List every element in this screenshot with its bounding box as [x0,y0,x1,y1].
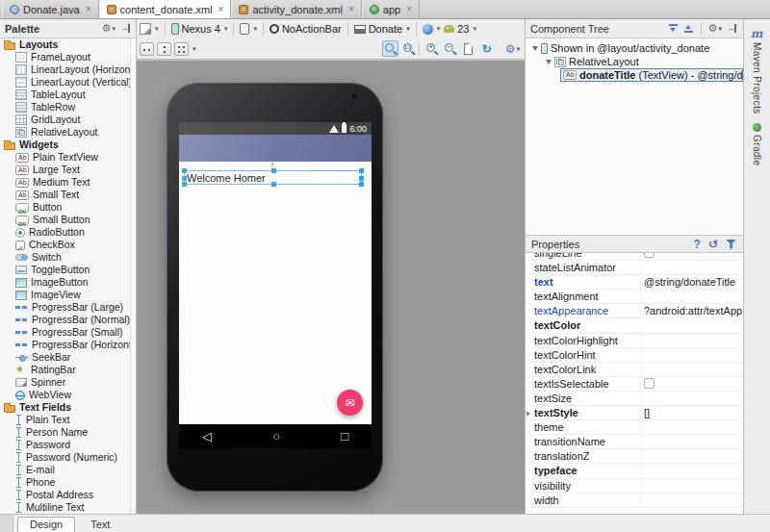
palette-item[interactable]: LinearLayout (Vertical) [0,76,136,89]
zoom-in-button[interactable]: + [424,40,440,57]
property-row[interactable]: stateListAnimator [525,261,743,275]
palette-item[interactable]: Password (Numeric) [0,451,136,464]
splitter[interactable] [525,19,526,514]
actionbar-indicator[interactable]: NoActionBar [270,23,342,35]
splitter[interactable] [743,19,744,514]
property-row[interactable]: textIsSelectable [525,377,743,392]
orientation-selector[interactable]: ▾ [240,23,257,35]
palette-item[interactable]: Small Text [0,189,136,201]
palette-item[interactable]: Small Button [0,214,136,226]
property-row[interactable]: text @string/donateTitle [525,275,743,290]
property-row[interactable]: singleLine [525,253,743,261]
property-row[interactable]: visibility [525,479,743,494]
preview-frame-button[interactable] [460,40,476,57]
palette-item[interactable]: LinearLayout (Horizontal) [0,63,136,76]
theme-selector[interactable]: Donate▾ [354,23,410,35]
design-surface-button[interactable]: ▾ [140,23,159,35]
zoom-fit-button[interactable] [382,40,398,57]
fit-width-button[interactable] [140,42,154,56]
design-canvas[interactable]: 6:00 Welcome Homer ↑ ✉ [136,60,525,514]
splitter[interactable] [136,19,137,514]
tree-row-layout[interactable]: RelativeLayout [525,55,743,68]
palette-item[interactable]: ImageButton [0,276,136,289]
palette-item[interactable]: Medium Text [0,176,136,189]
property-row[interactable]: textColorHint [525,348,743,363]
expander-icon[interactable] [546,60,552,64]
property-row[interactable]: textAlignment [525,290,743,304]
palette-item[interactable]: Multiline Text [0,501,136,514]
palette-hide-button[interactable] [120,23,131,34]
palette-item[interactable]: GridLayout [0,114,136,126]
tree-row-selected[interactable]: donateTitle (TextView) - @string/donateT… [525,68,743,82]
palette-item[interactable]: TableRow [0,101,136,114]
tree-settings-button[interactable]: ⚙▾ [708,23,722,34]
zoom-actual-button[interactable]: 1:1 [400,40,417,57]
property-row[interactable]: textColor [525,318,743,333]
property-row[interactable]: textColorHighlight [525,334,743,348]
selection-handle[interactable] [182,176,187,181]
palette-item[interactable]: Password [0,439,136,451]
tool-window-maven[interactable]: m Maven Projects [743,19,770,114]
selected-textview[interactable]: Welcome Homer ↑ [184,170,362,185]
editor-tab[interactable]: Donate.java × [2,0,99,18]
palette-item[interactable]: Person Name [0,426,136,439]
selection-handle[interactable] [359,176,364,181]
collapse-all-icon[interactable] [683,23,694,34]
render-options-button[interactable]: ⚙▾ [504,40,521,57]
palette-item[interactable]: TableLayout [0,89,136,101]
recents-icon[interactable]: □ [341,430,348,443]
back-icon[interactable]: ◁ [202,430,212,443]
tree-row-root[interactable]: Shown in @layout/activity_donate [525,41,743,55]
palette-item[interactable]: Layouts [0,38,136,51]
close-icon[interactable]: × [86,4,91,14]
palette-item[interactable]: Postal Address [0,489,136,501]
tree-selection[interactable]: donateTitle (TextView) - @string/donateT… [560,68,743,82]
palette-item[interactable]: RadioButton [0,226,136,239]
palette-item[interactable]: WebView [0,389,136,401]
palette-item[interactable]: Spinner [0,376,136,389]
palette-item[interactable]: ToggleButton [0,264,136,276]
home-icon[interactable]: ○ [272,430,280,443]
palette-item[interactable]: Phone [0,476,136,489]
editor-tab[interactable]: activity_donate.xml × [231,0,361,18]
refresh-button[interactable]: ↻ [478,40,495,57]
selection-handle[interactable] [359,182,364,187]
palette-item[interactable]: Large Text [0,164,136,176]
filter-icon[interactable] [726,240,736,249]
property-row[interactable]: transitionName [525,435,743,449]
tool-window-gradle[interactable]: Gradle [743,114,770,165]
palette-item[interactable]: ProgressBar (Large) [0,301,136,314]
fab-button[interactable]: ✉ [337,390,363,416]
fit-screen-button[interactable] [174,42,189,56]
close-icon[interactable]: × [348,4,354,14]
close-icon[interactable]: × [218,4,224,14]
palette-item[interactable]: Plain Text [0,414,136,426]
reset-icon[interactable]: ↺ [708,238,718,251]
palette-item[interactable]: RatingBar [0,364,136,376]
palette-item[interactable]: E-mail [0,464,136,476]
zoom-out-button[interactable]: − [442,40,458,57]
expander-icon[interactable] [532,46,538,51]
palette-item[interactable]: Widgets [0,139,136,151]
property-row[interactable]: typeface [525,464,743,478]
palette-item[interactable]: ProgressBar (Horizontal) [0,339,136,351]
device-selector[interactable]: Nexus 4▾ [171,23,228,35]
selection-handle[interactable] [271,168,276,173]
palette-item[interactable]: RelativeLayout [0,126,136,139]
editor-tab[interactable]: app × [362,0,420,18]
editor-tab[interactable]: content_donate.xml × [99,0,232,18]
property-row[interactable]: width [525,494,743,508]
tree-hide-button[interactable] [727,23,737,34]
palette-item[interactable]: ImageView [0,289,136,301]
selection-handle[interactable] [182,168,187,173]
palette-item[interactable]: ProgressBar (Small) [0,326,136,339]
property-row[interactable]: theme [525,420,743,435]
palette-item[interactable]: Button [0,201,136,214]
fit-height-button[interactable] [157,42,171,56]
property-row[interactable]: textColorLink [525,363,743,377]
palette-item[interactable]: Plain TextView [0,151,136,164]
api-selector[interactable]: 23▾ [444,23,476,35]
expand-all-icon[interactable] [668,23,679,34]
device-screen[interactable]: 6:00 Welcome Homer ↑ ✉ [179,122,372,448]
app-content[interactable]: Welcome Homer ↑ ✉ [179,162,372,424]
